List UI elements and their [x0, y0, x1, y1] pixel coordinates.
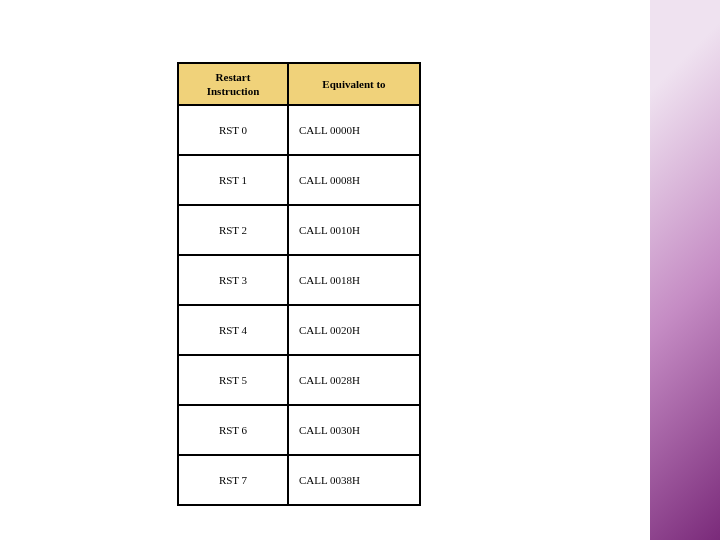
cell-equivalent: CALL 0038H — [288, 455, 420, 505]
cell-equivalent: CALL 0000H — [288, 105, 420, 155]
cell-instruction: RST 1 — [178, 155, 288, 205]
table-row: RST 4CALL 0020H — [178, 305, 420, 355]
col-header-instruction: Restart Instruction — [178, 63, 288, 105]
cell-instruction: RST 2 — [178, 205, 288, 255]
cell-instruction: RST 0 — [178, 105, 288, 155]
rst-table-container: Restart Instruction Equivalent to RST 0C… — [177, 62, 421, 506]
col-header-equivalent: Equivalent to — [288, 63, 420, 105]
cell-instruction: RST 7 — [178, 455, 288, 505]
cell-equivalent: CALL 0008H — [288, 155, 420, 205]
rst-table: Restart Instruction Equivalent to RST 0C… — [177, 62, 421, 506]
rst-table-body: RST 0CALL 0000HRST 1CALL 0008HRST 2CALL … — [178, 105, 420, 505]
cell-instruction: RST 3 — [178, 255, 288, 305]
table-row: RST 7CALL 0038H — [178, 455, 420, 505]
table-row: RST 5CALL 0028H — [178, 355, 420, 405]
table-row: RST 2CALL 0010H — [178, 205, 420, 255]
cell-instruction: RST 4 — [178, 305, 288, 355]
cell-instruction: RST 5 — [178, 355, 288, 405]
table-row: RST 0CALL 0000H — [178, 105, 420, 155]
cell-equivalent: CALL 0018H — [288, 255, 420, 305]
cell-instruction: RST 6 — [178, 405, 288, 455]
table-row: RST 6CALL 0030H — [178, 405, 420, 455]
cell-equivalent: CALL 0020H — [288, 305, 420, 355]
side-purple-stripe — [650, 0, 720, 540]
cell-equivalent: CALL 0010H — [288, 205, 420, 255]
table-row: RST 3CALL 0018H — [178, 255, 420, 305]
table-row: RST 1CALL 0008H — [178, 155, 420, 205]
cell-equivalent: CALL 0028H — [288, 355, 420, 405]
cell-equivalent: CALL 0030H — [288, 405, 420, 455]
